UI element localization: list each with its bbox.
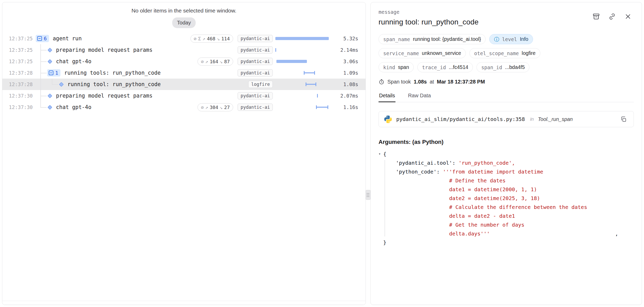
- code-string: delta.days''': [449, 229, 490, 238]
- detail-header-actions: [592, 12, 632, 21]
- trace-row[interactable]: 12:37:281running tools: run_python_codep…: [2, 67, 366, 79]
- input-tokens: 304: [210, 105, 218, 110]
- empty-notice: No older items in the selected time wind…: [2, 8, 366, 14]
- sigma-icon: Σ: [198, 36, 201, 41]
- attr-value: logfire: [522, 50, 536, 56]
- panel-resize-handle[interactable]: [366, 190, 371, 200]
- scope-tag: pydantic-ai: [238, 69, 273, 76]
- arguments-heading: Arguments: (as Python): [379, 139, 634, 145]
- left-panel-footer: [2, 301, 366, 305]
- copy-path-button[interactable]: [619, 116, 628, 123]
- attr-key: service_name: [383, 50, 419, 56]
- scope-tag: pydantic-ai: [238, 46, 273, 54]
- span-duration: 1.08s: [338, 81, 366, 87]
- trace-rows: 12:37:256agent run⊘Σ↗468↘114pydantic-ai5…: [2, 33, 366, 113]
- info-icon: ⓘ: [494, 37, 499, 42]
- timeline-track: [275, 59, 329, 63]
- attr-value: ...bda4f5: [505, 64, 525, 70]
- timeline-column: [273, 36, 338, 41]
- trailing-comma: ,: [615, 229, 634, 238]
- row-timestamp: 12:37:25: [2, 59, 36, 64]
- attr-chip-otel_scope_name[interactable]: otel_scope_namelogfire: [469, 48, 540, 58]
- code-location-card: pydantic_ai_slim/pydantic_ai/tools.py:35…: [379, 111, 634, 127]
- attr-chip-span_name[interactable]: span_namerunning tool: {pydantic_ai.tool…: [379, 34, 486, 44]
- scope-tag: pydantic-ai: [238, 35, 273, 42]
- span-diamond-icon: [59, 82, 64, 87]
- timeline-bar: [275, 37, 329, 40]
- timeline-track: [275, 36, 329, 41]
- attr-value: Info: [520, 36, 528, 42]
- span-duration: 2.14ms: [338, 47, 366, 53]
- trace-row[interactable]: 12:37:256agent run⊘Σ↗468↘114pydantic-ai5…: [2, 33, 366, 44]
- attr-chip-service_name[interactable]: service_nameunknown_service: [379, 48, 466, 58]
- timeline-bar: [306, 82, 316, 86]
- code-line: date1 = datetime(2000, 1, 1): [379, 185, 634, 194]
- span-diamond-icon: [47, 105, 52, 110]
- row-tree: 1running tools: run_python_code: [36, 67, 186, 79]
- span-label: preparing model request params: [56, 47, 152, 53]
- code-line: ▾{: [379, 150, 634, 158]
- row-timestamp: 12:37:30: [2, 104, 36, 110]
- tree-guide: [36, 101, 47, 113]
- arrow-down-icon: ↘: [220, 105, 222, 110]
- tab-details[interactable]: Details: [379, 93, 395, 102]
- today-button[interactable]: Today: [172, 17, 195, 28]
- trace-row[interactable]: 12:37:30preparing model request paramspy…: [2, 90, 366, 101]
- span-duration: 5.32s: [338, 36, 366, 41]
- input-tokens: 468: [207, 36, 215, 41]
- tag-column: pydantic-ai: [233, 104, 273, 111]
- attr-chip-trace_id[interactable]: trace_id...fc4514: [417, 62, 473, 72]
- badge-row: span_namerunning tool: {pydantic_ai.tool…: [379, 34, 634, 44]
- attr-chip-level[interactable]: ⓘlevelInfo: [489, 34, 533, 44]
- collapse-toggle[interactable]: 1: [47, 69, 60, 76]
- attr-chip-span_id[interactable]: span_id...bda4f5: [476, 62, 529, 72]
- source-scope: Tool._run_span: [538, 116, 573, 122]
- trace-row[interactable]: 12:37:28running tool: run_python_codelog…: [2, 79, 366, 90]
- trace-row[interactable]: 12:37:25preparing model request paramspy…: [2, 44, 366, 56]
- row-timestamp: 12:37:28: [2, 70, 36, 76]
- code-string: delta = date2 - date1: [449, 212, 515, 220]
- trace-row[interactable]: 12:37:30chat gpt-4o⊘↗304↘27pydantic-ai1.…: [2, 101, 366, 113]
- code-indent-guide: [385, 160, 385, 236]
- row-timestamp: 12:37:28: [2, 81, 36, 87]
- attr-value: ...fc4514: [449, 64, 468, 70]
- tab-raw-data[interactable]: Raw Data: [407, 93, 431, 102]
- timing-duration: 1.08s: [414, 79, 427, 85]
- child-count: 6: [44, 36, 47, 41]
- open-brace: {: [383, 150, 386, 158]
- token-metrics-badge: ⊘↗304↘27: [197, 103, 233, 111]
- attr-key: level: [502, 36, 517, 42]
- row-tree: preparing model request params: [36, 90, 186, 101]
- copy-link-button[interactable]: [608, 12, 616, 21]
- tag-column: pydantic-ai: [233, 58, 273, 65]
- trace-row[interactable]: 12:37:25chat gpt-4o⊘↗164↘87pydantic-ai3.…: [2, 56, 366, 67]
- tree-guide: [36, 79, 47, 90]
- source-in-label: in: [530, 117, 534, 122]
- tree-guide: [36, 90, 47, 101]
- attribute-badges: span_namerunning tool: {pydantic_ai.tool…: [379, 34, 634, 72]
- metrics-column: ⊘↗304↘27: [186, 103, 233, 111]
- collapse-toggle[interactable]: 6: [36, 35, 49, 42]
- timing-prefix: Span took: [387, 79, 411, 85]
- span-duration: 1.16s: [338, 104, 366, 110]
- code-string: # Define the dates: [449, 176, 506, 185]
- output-tokens: 27: [224, 105, 230, 110]
- minus-icon: [49, 71, 53, 75]
- code-key: 'pydantic_ai.tool':: [396, 158, 459, 167]
- tree-guide: [47, 79, 59, 90]
- span-label: running tools: run_python_code: [64, 70, 160, 76]
- span-label: chat gpt-4o: [56, 104, 91, 110]
- attr-key: trace_id: [422, 65, 446, 70]
- archive-button[interactable]: [592, 12, 600, 21]
- timeline-bar: [275, 48, 276, 52]
- output-tokens: 114: [221, 36, 230, 41]
- close-panel-button[interactable]: [624, 12, 632, 21]
- code-line: # Get the number of days: [379, 220, 634, 229]
- scope-tag: pydantic-ai: [238, 92, 273, 99]
- scope-tag: pydantic-ai: [238, 58, 273, 65]
- span-duration: 3.06s: [338, 59, 366, 64]
- output-tokens: 87: [224, 59, 230, 64]
- attr-chip-kind[interactable]: kindspan: [379, 62, 414, 72]
- chevron-down-icon[interactable]: ▾: [379, 149, 383, 158]
- circle-slash-icon: ⊘: [194, 36, 197, 41]
